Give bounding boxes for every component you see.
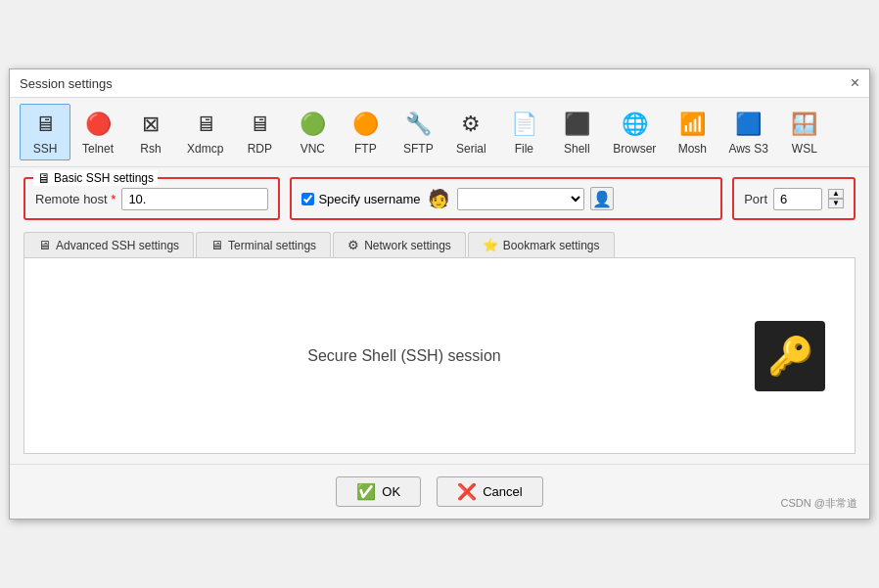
telnet-protocol-icon: 🔴 [82,109,114,140]
dialog-title: Session settings [20,76,113,91]
file-protocol-icon: 📄 [508,109,539,140]
protocol-item-vnc[interactable]: 🟢VNC [287,104,338,160]
advanced-ssh-tab-icon: 🖥 [38,238,51,252]
remote-host-section: 🖥 Basic SSH settings Remote host * [23,177,280,220]
awss3-protocol-icon: 🟦 [733,109,764,140]
protocol-item-ssh[interactable]: 🖥SSH [20,104,70,160]
protocol-item-telnet[interactable]: 🔴Telnet [72,104,123,160]
ftp-protocol-icon: 🟠 [349,109,381,140]
protocol-item-file[interactable]: 📄File [498,104,549,160]
tab-advanced-ssh[interactable]: 🖥Advanced SSH settings [23,232,194,257]
serial-protocol-label: Serial [456,142,486,156]
settings-tabs: 🖥Advanced SSH settings🖥Terminal settings… [23,232,856,258]
protocol-item-wsl[interactable]: 🪟WSL [779,104,830,160]
port-section: Port ▲ ▼ [732,177,856,220]
protocol-item-serial[interactable]: ⚙Serial [445,104,496,160]
ok-icon: ✅ [356,482,376,501]
protocol-item-awss3[interactable]: 🟦Aws S3 [719,104,776,160]
key-icon-box: 🔑 [755,321,825,391]
protocol-item-rdp[interactable]: 🖥RDP [234,104,285,160]
mosh-protocol-label: Mosh [678,142,707,156]
user-avatar-icon: 🧑 [428,188,449,209]
rsh-protocol-icon: ⊠ [135,109,166,140]
basic-settings-label: 🖥 Basic SSH settings [33,170,158,186]
vnc-protocol-icon: 🟢 [297,109,328,140]
ssh-protocol-icon: 🖥 [29,109,61,140]
protocol-bar: 🖥SSH🔴Telnet⊠Rsh🖥Xdmcp🖥RDP🟢VNC🟠FTP🔧SFTP⚙S… [10,98,869,167]
username-section: Specify username 🧑 👤 [290,177,722,220]
rdp-protocol-label: RDP [248,142,272,156]
sftp-protocol-icon: 🔧 [402,109,434,140]
port-down-button[interactable]: ▼ [828,199,844,208]
shell-protocol-icon: ⬛ [561,109,592,140]
wsl-protocol-label: WSL [792,142,817,156]
cancel-button[interactable]: ❌ Cancel [437,476,542,507]
port-up-button[interactable]: ▲ [828,189,844,199]
session-description: Secure Shell (SSH) session [54,347,755,365]
user-manage-button[interactable]: 👤 [590,187,614,210]
remote-host-label: Remote host * [35,192,116,206]
port-input[interactable] [773,188,822,210]
protocol-item-xdmcp[interactable]: 🖥Xdmcp [178,104,232,160]
tab-network[interactable]: ⚙Network settings [333,232,466,257]
ssh-protocol-label: SSH [33,142,58,156]
watermark: CSDN @非常道 [781,496,857,511]
network-tab-icon: ⚙ [347,238,359,252]
mosh-protocol-icon: 📶 [676,109,708,140]
ok-button[interactable]: ✅ OK [336,476,421,507]
ftp-protocol-label: FTP [354,142,377,156]
close-button[interactable]: × [851,75,859,91]
rdp-protocol-icon: 🖥 [244,109,275,140]
specify-username-label[interactable]: Specify username [301,192,420,206]
tab-terminal[interactable]: 🖥Terminal settings [196,232,331,257]
username-select[interactable] [457,188,584,210]
browser-protocol-label: Browser [613,142,656,156]
protocol-item-ftp[interactable]: 🟠FTP [340,104,391,160]
protocol-item-rsh[interactable]: ⊠Rsh [125,104,176,160]
telnet-protocol-label: Telnet [82,142,114,156]
required-marker: * [111,192,116,206]
sftp-protocol-label: SFTP [403,142,434,156]
port-label: Port [744,192,767,206]
cancel-icon: ❌ [457,482,477,501]
advanced-ssh-tab-label: Advanced SSH settings [56,239,179,252]
xdmcp-protocol-label: Xdmcp [187,142,223,156]
remote-host-input[interactable] [121,188,268,210]
footer: ✅ OK ❌ Cancel [10,464,869,519]
rsh-protocol-label: Rsh [140,142,161,156]
xdmcp-protocol-icon: 🖥 [190,109,221,140]
protocol-item-sftp[interactable]: 🔧SFTP [393,104,443,160]
main-content: 🖥 Basic SSH settings Remote host * Speci… [10,167,869,464]
shell-protocol-label: Shell [564,142,590,156]
tab-bookmark[interactable]: ⭐Bookmark settings [468,232,615,257]
browser-protocol-icon: 🌐 [619,109,650,140]
file-protocol-label: File [515,142,533,156]
vnc-protocol-label: VNC [301,142,325,156]
title-bar: Session settings × [10,69,869,98]
wsl-protocol-icon: 🪟 [789,109,820,140]
tab-content: Secure Shell (SSH) session 🔑 [23,258,856,454]
bookmark-tab-label: Bookmark settings [503,239,600,252]
port-spinbox: ▲ ▼ [828,189,844,208]
terminal-tab-icon: 🖥 [210,238,223,252]
key-icon: 🔑 [767,335,813,378]
bookmark-tab-icon: ⭐ [483,238,498,252]
network-tab-label: Network settings [364,239,451,252]
specify-username-checkbox[interactable] [301,193,314,205]
awss3-protocol-label: Aws S3 [728,142,767,156]
protocol-item-browser[interactable]: 🌐Browser [604,104,665,160]
protocol-item-mosh[interactable]: 📶Mosh [667,104,717,160]
protocol-item-shell[interactable]: ⬛Shell [551,104,602,160]
terminal-tab-label: Terminal settings [228,239,316,252]
serial-protocol-icon: ⚙ [455,109,486,140]
